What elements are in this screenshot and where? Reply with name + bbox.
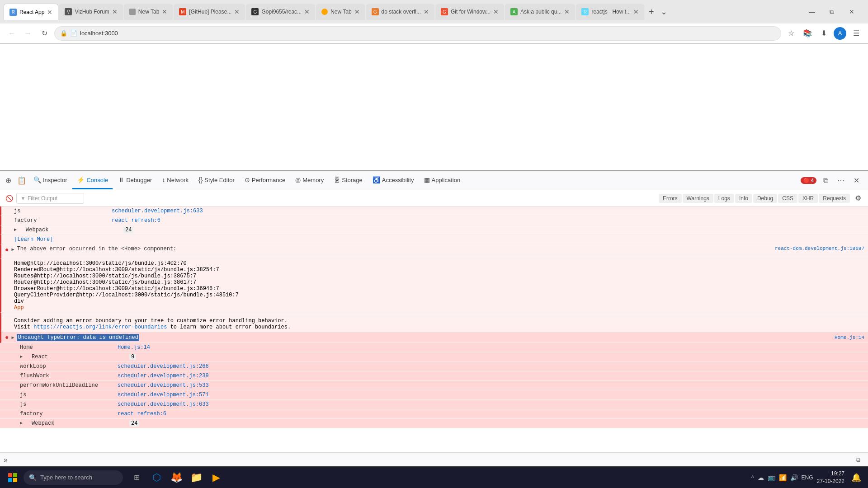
devtools-close-icon[interactable]: ✕: [850, 174, 863, 187]
tab-overflow-button[interactable]: ⌄: [659, 7, 669, 17]
restore-button[interactable]: ⧉: [823, 5, 841, 19]
security-icon: 🔒: [60, 30, 67, 37]
tab-close-new-1[interactable]: ✕: [162, 8, 167, 15]
tab-ask-public[interactable]: A Ask a public qu... ✕: [505, 4, 575, 20]
profile-icon[interactable]: A: [834, 27, 846, 40]
tab-close-git-windows[interactable]: ✕: [493, 8, 499, 15]
console-settings-icon[interactable]: ⚙: [852, 192, 864, 205]
tab-react-app[interactable]: R React App ✕: [4, 4, 58, 20]
task-view-icon[interactable]: ⊞: [128, 469, 145, 486]
forward-button[interactable]: →: [22, 27, 34, 40]
menu-icon[interactable]: ☰: [850, 27, 863, 40]
devtools-right-actions: 🔴 4 ⧉ ⋯ ✕: [801, 174, 866, 187]
error-source[interactable]: react-dom.development.js:18687: [775, 246, 864, 251]
close-button[interactable]: ✕: [843, 5, 861, 19]
tab-close-stackoverflow[interactable]: ✕: [424, 8, 429, 15]
tab-close-new-2[interactable]: ✕: [354, 8, 360, 15]
code-loc-workloop[interactable]: scheduler.development.js:266: [118, 363, 209, 370]
clear-console-icon[interactable]: 🚫: [4, 193, 14, 204]
tab-close-ask-public[interactable]: ✕: [564, 8, 570, 15]
expand-webpack-icon[interactable]: ▶: [14, 227, 17, 233]
tab-debugger[interactable]: ⏸ Debugger: [113, 172, 156, 189]
tab-memory[interactable]: ◎ Memory: [291, 172, 328, 189]
expand-react-icon[interactable]: ▶: [20, 354, 23, 360]
vs-code-icon[interactable]: ⬡: [148, 469, 165, 486]
tab-reactjs-how[interactable]: R reactjs - How t... ✕: [576, 4, 644, 20]
tray-network-icon[interactable]: 📶: [779, 474, 787, 481]
code-loc-home[interactable]: Home.js:14: [118, 344, 150, 351]
code-loc-factory-bottom[interactable]: react refresh:6: [118, 411, 166, 417]
expand-arrow-error[interactable]: ▶: [11, 247, 14, 252]
tab-close-github[interactable]: ✕: [234, 8, 240, 15]
tray-volume-icon[interactable]: 🔊: [790, 474, 798, 481]
tab-github[interactable]: M [GitHub] Please... ✕: [174, 4, 245, 20]
console-content[interactable]: js scheduler.development.js:633 factory …: [0, 206, 868, 452]
bookmark-icon[interactable]: ☆: [785, 27, 797, 40]
tab-inspector[interactable]: 🔍 Inspector: [29, 172, 71, 189]
tab-style-editor[interactable]: {} Style Editor: [194, 172, 239, 189]
tab-close-vizhub[interactable]: ✕: [112, 8, 118, 15]
filter-warnings-btn[interactable]: Warnings: [683, 194, 713, 203]
expand-webpack-bottom-icon[interactable]: ▶: [20, 420, 23, 427]
filter-errors-btn[interactable]: Errors: [659, 194, 682, 203]
filter-info-btn[interactable]: Info: [735, 194, 752, 203]
expand-arrow-uncaught[interactable]: ▶: [11, 335, 14, 340]
devtools-console-log-icon[interactable]: 📋: [15, 174, 28, 187]
tab-close-reactjs-how[interactable]: ✕: [633, 8, 639, 15]
url-text[interactable]: localhost:3000: [80, 30, 775, 37]
tab-stackoverflow[interactable]: G do stack overfl... ✕: [366, 4, 434, 20]
start-button[interactable]: [4, 469, 22, 487]
tab-vizhub[interactable]: V VizHub Forum ✕: [59, 4, 123, 20]
tab-console[interactable]: ⚡ Console: [72, 172, 113, 189]
uncaught-source[interactable]: Home.js:14: [835, 335, 864, 340]
tab-accessibility[interactable]: ♿ Accessibility: [368, 172, 419, 189]
style-editor-label: Style Editor: [204, 177, 234, 183]
taskbar-search-bar[interactable]: 🔍 Type here to search: [24, 470, 123, 485]
learn-more-link[interactable]: [Learn More]: [14, 236, 53, 243]
code-loc-flushwork[interactable]: scheduler.development.js:239: [118, 373, 209, 379]
filter-output-input[interactable]: ▼ Filter Output: [16, 193, 84, 204]
reload-button[interactable]: ↻: [38, 27, 51, 40]
tab-label-stackoverflow: do stack overfl...: [382, 9, 421, 15]
bottom-left-arrows[interactable]: »: [4, 456, 8, 464]
devtools-more-icon[interactable]: ⋯: [835, 174, 847, 187]
tab-close-react-app[interactable]: ✕: [47, 9, 52, 16]
filter-requests-btn[interactable]: Requests: [819, 194, 850, 203]
tab-network[interactable]: ↕ Network: [157, 172, 193, 189]
tab-storage[interactable]: 🗄 Storage: [329, 172, 367, 189]
filter-debug-btn[interactable]: Debug: [753, 194, 777, 203]
tab-new-1[interactable]: New Tab ✕: [124, 4, 173, 20]
devtools-copy-icon[interactable]: ⧉: [819, 174, 832, 187]
tray-expand-icon[interactable]: ^: [751, 474, 754, 481]
filter-xhr-btn[interactable]: XHR: [798, 194, 818, 203]
code-loc-js-571[interactable]: scheduler.development.js:571: [118, 392, 209, 398]
tab-close-gopi[interactable]: ✕: [304, 8, 310, 15]
code-location[interactable]: react refresh:6: [112, 217, 160, 224]
tab-application[interactable]: ▦ Application: [420, 172, 465, 189]
filter-css-btn[interactable]: CSS: [778, 194, 797, 203]
tab-performance[interactable]: ⊙ Performance: [240, 172, 290, 189]
filter-logs-btn[interactable]: Logs: [714, 194, 734, 203]
bookmark-manager-icon[interactable]: 📚: [801, 27, 814, 40]
split-console-icon[interactable]: ⧉: [852, 454, 864, 466]
minimize-button[interactable]: —: [803, 5, 821, 19]
notification-icon[interactable]: 🔔: [848, 469, 864, 486]
firefox-icon[interactable]: 🦊: [168, 469, 184, 486]
media-player-icon[interactable]: ▶: [208, 469, 224, 486]
new-tab-button[interactable]: +: [645, 7, 658, 17]
url-bar[interactable]: 🔒 📄 localhost:3000: [54, 26, 781, 41]
back-button[interactable]: ←: [5, 27, 18, 40]
tab-gopi[interactable]: G Gopi9655/reac... ✕: [246, 4, 315, 20]
tray-cloud-icon[interactable]: ☁: [758, 474, 764, 481]
download-icon[interactable]: ⬇: [817, 27, 830, 40]
tab-git-windows[interactable]: G Git for Window... ✕: [435, 4, 504, 20]
tray-display-icon[interactable]: 📺: [768, 474, 775, 481]
code-loc-js-633[interactable]: scheduler.development.js:633: [118, 401, 209, 408]
file-explorer-icon[interactable]: 📁: [188, 469, 204, 486]
tab-new-2[interactable]: New Tab ✕: [316, 4, 365, 20]
code-location[interactable]: scheduler.development.js:633: [112, 208, 203, 214]
entry-content: js scheduler.development.js:633: [4, 401, 864, 408]
devtools-picker-icon[interactable]: ⊕: [2, 174, 14, 187]
code-loc-performwork[interactable]: scheduler.development.js:533: [118, 382, 209, 389]
error-boundaries-link[interactable]: https://reactjs.org/link/error-boundarie…: [33, 324, 167, 330]
